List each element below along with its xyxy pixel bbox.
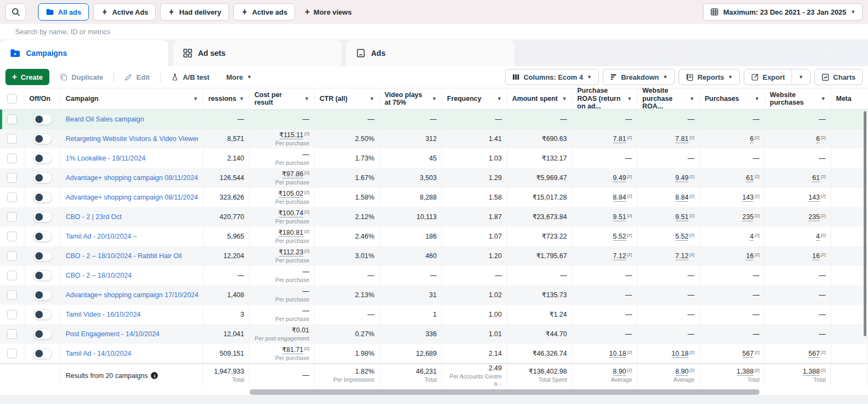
metric-value-link[interactable]: ₹105.02 — [278, 190, 303, 198]
metric-value-link[interactable]: 7.81 — [613, 135, 626, 143]
metric-value-link[interactable]: 8.90 — [675, 368, 688, 376]
metric-value-link[interactable]: ₹115.11 — [279, 131, 303, 139]
export-button[interactable]: Export — [744, 69, 792, 85]
metric-value-link[interactable]: 9.49 — [675, 174, 688, 182]
metric-value-link[interactable]: 6 — [816, 135, 820, 143]
row-checkbox[interactable] — [7, 310, 17, 319]
view-pill-active-ads-2[interactable]: Active ads — [233, 3, 295, 21]
metric-value-link[interactable]: 143 — [808, 194, 820, 202]
more-button[interactable]: More ▼ — [220, 69, 258, 85]
metric-value-link[interactable]: 7.81 — [675, 135, 688, 143]
column-header-website-purchase-roas[interactable]: Website purchase ROA...▼ — [637, 88, 700, 109]
campaign-off-on-toggle[interactable] — [33, 114, 52, 125]
campaign-link[interactable]: Advantage+ shopping campaign 08/11/2024 … — [66, 194, 198, 201]
row-checkbox[interactable] — [7, 251, 17, 261]
metric-value-link[interactable]: 7.12 — [675, 252, 688, 260]
row-checkbox[interactable] — [7, 349, 17, 358]
info-icon[interactable]: i — [151, 372, 158, 379]
row-checkbox[interactable] — [7, 212, 17, 222]
campaign-link[interactable]: CBO - 2 – 18/10/2024 - Rabbit Hair Oil — [66, 252, 198, 260]
campaign-off-on-toggle[interactable] — [33, 133, 52, 144]
charts-button[interactable]: Charts — [814, 69, 863, 85]
edit-button[interactable]: Edit — [118, 69, 156, 85]
metric-value-link[interactable]: 9.51 — [675, 213, 688, 221]
breakdown-button[interactable]: Breakdown ▼ — [603, 69, 675, 85]
row-checkbox[interactable] — [7, 232, 17, 241]
view-pill-active-ads-1[interactable]: Active Ads — [93, 3, 156, 21]
metric-value-link[interactable]: 10.18 — [672, 350, 688, 358]
reports-button[interactable]: Reports ▼ — [679, 69, 740, 85]
metric-value-link[interactable]: 8.84 — [613, 194, 626, 202]
column-header-website-purchases[interactable]: Website purchases▼ — [765, 88, 831, 109]
metric-value-link[interactable]: ₹180.81 — [278, 229, 303, 237]
campaign-link[interactable]: Post Engagement - 14/10/2024 — [66, 330, 198, 338]
metric-value-link[interactable]: 4 — [750, 233, 754, 241]
campaign-link[interactable]: CBO - 2 | 23rd Oct — [66, 213, 198, 221]
metric-value-link[interactable]: 9.51 — [613, 213, 626, 221]
row-checkbox[interactable] — [7, 193, 17, 202]
metric-value-link[interactable]: 143 — [742, 194, 754, 202]
campaign-off-on-toggle[interactable] — [33, 309, 52, 320]
column-header-campaign[interactable]: Campaign▼ — [61, 88, 203, 109]
campaign-link[interactable]: Tamil Ad - 20/10/2024 – — [66, 233, 198, 240]
tab-ads[interactable]: Ads — [346, 40, 514, 66]
tab-ad-sets[interactable]: Ad sets — [173, 40, 341, 66]
metric-value-link[interactable]: 16 — [812, 252, 820, 260]
row-checkbox[interactable] — [7, 271, 17, 280]
column-header-frequency[interactable]: Frequency▼ — [442, 88, 507, 109]
campaign-off-on-toggle[interactable] — [33, 251, 52, 261]
metric-value-link[interactable]: 5.52 — [675, 233, 688, 241]
metric-value-link[interactable]: ₹100.74 — [278, 209, 303, 217]
row-checkbox[interactable] — [7, 153, 17, 163]
more-views-button[interactable]: + More views — [299, 7, 357, 17]
campaign-off-on-toggle[interactable] — [33, 348, 52, 359]
select-all-checkbox[interactable] — [7, 94, 17, 104]
search-button[interactable] — [5, 3, 26, 21]
metric-value-link[interactable]: 61 — [812, 174, 820, 182]
vertical-scrollbar-thumb[interactable] — [864, 111, 866, 336]
column-header-amount-spent[interactable]: Amount spent▼ — [507, 88, 572, 109]
duplicate-button[interactable]: Duplicate — [53, 69, 110, 85]
row-checkbox[interactable] — [7, 134, 17, 144]
campaign-link[interactable]: Retargeting Website Visitors & Video Vie… — [66, 135, 198, 143]
export-options-button[interactable]: ▼ — [792, 69, 810, 85]
metric-value-link[interactable]: 235 — [742, 213, 754, 221]
horizontal-scrollbar-thumb[interactable] — [250, 389, 760, 395]
campaign-link[interactable]: Tamil Video - 16/10/2024 — [66, 311, 198, 318]
metric-value-link[interactable]: 8.90 — [613, 368, 626, 376]
column-header-impressions[interactable]: ressions▼ — [203, 88, 250, 109]
campaign-off-on-toggle[interactable] — [33, 290, 52, 300]
column-header-video-plays[interactable]: Video plays at 75%▼ — [380, 88, 442, 109]
metric-value-link[interactable]: 567 — [742, 350, 754, 358]
metric-value-link[interactable]: 61 — [746, 174, 754, 182]
metric-value-link[interactable]: 5.52 — [613, 233, 626, 241]
row-checkbox[interactable] — [7, 114, 17, 124]
campaign-off-on-toggle[interactable] — [33, 329, 52, 339]
create-button[interactable]: + Create — [5, 69, 49, 85]
tab-campaigns[interactable]: Campaigns — [0, 40, 168, 66]
view-pill-all-ads[interactable]: All ads — [38, 3, 89, 21]
metric-value-link[interactable]: 6 — [750, 135, 754, 143]
metric-value-link[interactable]: 8.84 — [675, 194, 688, 202]
campaign-link[interactable]: Advantage+ shopping campaign 08/11/2024 … — [66, 174, 198, 182]
campaign-off-on-toggle[interactable] — [33, 172, 52, 183]
date-range-button[interactable]: Maximum: 23 Dec 2021 - 23 Jan 2025 ▼ — [703, 3, 863, 21]
metric-value-link[interactable]: 4 — [816, 233, 820, 241]
metric-value-link[interactable]: 1,388 — [803, 368, 820, 376]
campaign-link[interactable]: 1% Lookalike - 19/11/2024 — [66, 155, 198, 162]
metric-value-link[interactable]: 10.18 — [609, 350, 626, 358]
metric-value-link[interactable]: ₹81.71 — [282, 346, 303, 354]
row-checkbox[interactable] — [7, 290, 17, 300]
column-header-cost-per-result[interactable]: Cost per result▼ — [250, 88, 315, 109]
view-pill-had-delivery[interactable]: Had delivery — [160, 3, 228, 21]
campaign-off-on-toggle[interactable] — [33, 153, 52, 164]
campaign-off-on-toggle[interactable] — [33, 231, 52, 242]
campaign-off-on-toggle[interactable] — [33, 211, 52, 222]
campaign-link[interactable]: Beard Oil Sales campaign — [66, 116, 198, 123]
search-input[interactable] — [15, 28, 853, 36]
row-checkbox[interactable] — [7, 329, 17, 339]
metric-value-link[interactable]: 1,388 — [737, 368, 754, 376]
columns-button[interactable]: Columns: Ecom 4 ▼ — [505, 69, 599, 85]
metric-value-link[interactable]: 9.49 — [613, 174, 626, 182]
campaign-off-on-toggle[interactable] — [33, 270, 52, 281]
